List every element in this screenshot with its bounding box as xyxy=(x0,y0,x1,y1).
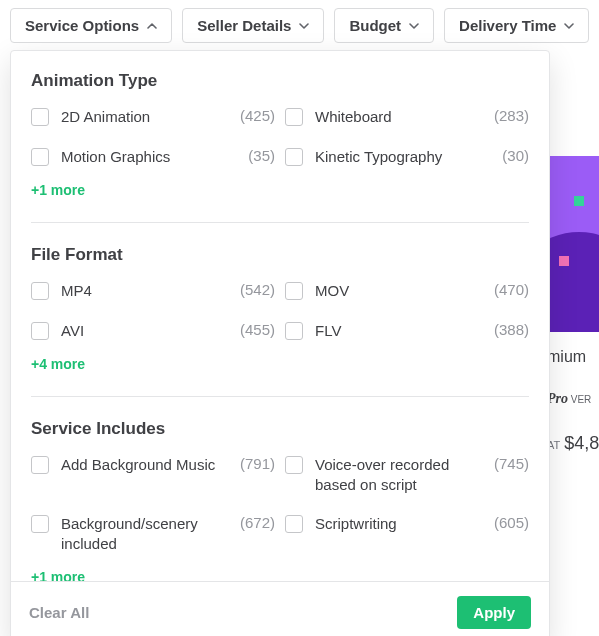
option-count: (35) xyxy=(248,147,275,164)
option-label: FLV xyxy=(315,321,341,341)
panel-footer: Clear All Apply xyxy=(11,581,549,636)
option-avi[interactable]: AVI (455) xyxy=(31,321,275,341)
option-label: MOV xyxy=(315,281,349,301)
checkbox-icon xyxy=(285,515,303,533)
option-label: AVI xyxy=(61,321,84,341)
chevron-up-icon xyxy=(147,21,157,31)
option-whiteboard[interactable]: Whiteboard (283) xyxy=(285,107,529,127)
panel-scroll-area[interactable]: Animation Type 2D Animation (425) Whiteb… xyxy=(11,51,549,581)
option-label: Voice-over recorded based on script xyxy=(315,455,488,494)
option-voice-over[interactable]: Voice-over recorded based on script (745… xyxy=(285,455,529,494)
checkbox-icon xyxy=(31,148,49,166)
option-label: Whiteboard xyxy=(315,107,392,127)
option-label: 2D Animation xyxy=(61,107,150,127)
option-scriptwriting[interactable]: Scriptwriting (605) xyxy=(285,514,529,553)
checkbox-icon xyxy=(31,515,49,533)
option-kinetic-typography[interactable]: Kinetic Typography (30) xyxy=(285,147,529,167)
seller-level-fragment: mium xyxy=(547,348,599,366)
option-count: (745) xyxy=(494,455,529,472)
section-file-format: File Format MP4 (542) MOV (470) xyxy=(31,222,529,372)
section-animation-type: Animation Type 2D Animation (425) Whiteb… xyxy=(31,71,529,198)
section-service-includes: Service Includes Add Background Music (7… xyxy=(31,396,529,581)
checkbox-icon xyxy=(285,322,303,340)
option-count: (672) xyxy=(240,514,275,531)
filter-seller-details[interactable]: Seller Details xyxy=(182,8,324,43)
option-mp4[interactable]: MP4 (542) xyxy=(31,281,275,301)
option-label: Background/scenery included xyxy=(61,514,234,553)
service-options-panel: Animation Type 2D Animation (425) Whiteb… xyxy=(10,50,550,636)
option-background-scenery[interactable]: Background/scenery included (672) xyxy=(31,514,275,553)
filter-label: Service Options xyxy=(25,17,139,34)
checkbox-icon xyxy=(285,456,303,474)
apply-button[interactable]: Apply xyxy=(457,596,531,629)
option-count: (283) xyxy=(494,107,529,124)
checkbox-icon xyxy=(285,148,303,166)
filter-budget[interactable]: Budget xyxy=(334,8,434,43)
filter-label: Seller Details xyxy=(197,17,291,34)
chevron-down-icon xyxy=(299,21,309,31)
option-count: (425) xyxy=(240,107,275,124)
filter-label: Delivery Time xyxy=(459,17,556,34)
more-link[interactable]: +4 more xyxy=(31,356,529,372)
option-count: (791) xyxy=(240,455,275,472)
chevron-down-icon xyxy=(409,21,419,31)
seller-badge-fragment: Pro xyxy=(547,391,568,406)
clear-all-button[interactable]: Clear All xyxy=(29,604,89,621)
section-title: Animation Type xyxy=(31,71,529,91)
option-count: (542) xyxy=(240,281,275,298)
option-label: Add Background Music xyxy=(61,455,215,475)
option-2d-animation[interactable]: 2D Animation (425) xyxy=(31,107,275,127)
option-mov[interactable]: MOV (470) xyxy=(285,281,529,301)
section-title: Service Includes xyxy=(31,419,529,439)
section-title: File Format xyxy=(31,245,529,265)
seller-badge-suffix: VER xyxy=(568,394,591,405)
option-flv[interactable]: FLV (388) xyxy=(285,321,529,341)
more-link[interactable]: +1 more xyxy=(31,569,529,581)
checkbox-icon xyxy=(285,282,303,300)
option-label: MP4 xyxy=(61,281,92,301)
checkbox-icon xyxy=(31,282,49,300)
option-label: Kinetic Typography xyxy=(315,147,442,167)
option-motion-graphics[interactable]: Motion Graphics (35) xyxy=(31,147,275,167)
option-label: Motion Graphics xyxy=(61,147,170,167)
checkbox-icon xyxy=(31,322,49,340)
price-fragment: $4,8 xyxy=(564,433,599,454)
option-count: (470) xyxy=(494,281,529,298)
option-label: Scriptwriting xyxy=(315,514,397,534)
more-link[interactable]: +1 more xyxy=(31,182,529,198)
filter-bar: Service Options Seller Details Budget De… xyxy=(0,0,599,51)
option-count: (605) xyxy=(494,514,529,531)
filter-label: Budget xyxy=(349,17,401,34)
checkbox-icon xyxy=(31,456,49,474)
checkbox-icon xyxy=(285,108,303,126)
filter-service-options[interactable]: Service Options xyxy=(10,8,172,43)
chevron-down-icon xyxy=(564,21,574,31)
checkbox-icon xyxy=(31,108,49,126)
filter-delivery-time[interactable]: Delivery Time xyxy=(444,8,589,43)
option-count: (30) xyxy=(502,147,529,164)
option-count: (455) xyxy=(240,321,275,338)
option-count: (388) xyxy=(494,321,529,338)
option-background-music[interactable]: Add Background Music (791) xyxy=(31,455,275,494)
